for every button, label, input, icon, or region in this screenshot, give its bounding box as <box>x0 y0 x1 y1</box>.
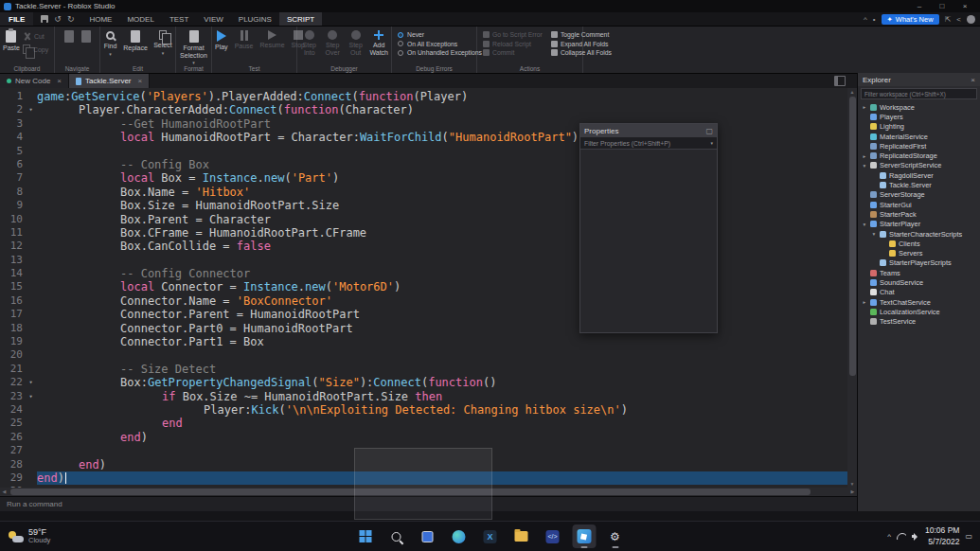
explorer-item-localizationservice[interactable]: LocalizationService <box>858 307 980 316</box>
settings-icon[interactable]: ⚙ <box>603 524 627 548</box>
explorer-item-soundservice[interactable]: SoundService <box>858 277 980 287</box>
explorer-item-players[interactable]: Players <box>858 112 980 121</box>
code-line-25[interactable]: 25end <box>0 417 847 430</box>
menu-tab-plugins[interactable]: PLUGINS <box>231 12 279 26</box>
vertical-scrollbar[interactable]: ▲ ▼ <box>847 88 857 488</box>
explorer-item-tackle-server[interactable]: Tackle.Server <box>858 180 980 189</box>
code-line-4[interactable]: 4local HumanoidRootPart = Character:Wait… <box>0 131 847 144</box>
split-editor-icon[interactable] <box>834 76 846 86</box>
go-to-script-error-button[interactable]: Go to Script Error <box>483 31 543 38</box>
explorer-item-startercharacterscripts[interactable]: ▾StarterCharacterScripts <box>858 229 980 239</box>
pause-button[interactable]: Pause <box>235 30 254 50</box>
code-line-8[interactable]: 8Box.Name = 'Hitbox' <box>0 186 847 199</box>
tab-close-icon[interactable]: × <box>138 77 143 85</box>
task-view-icon[interactable] <box>416 524 439 548</box>
explorer-item-starterplayer[interactable]: ▾StarterPlayer <box>858 220 980 229</box>
user-avatar[interactable] <box>967 15 975 24</box>
play-button[interactable]: Play <box>215 30 228 51</box>
explorer-item-chat[interactable]: Chat <box>858 288 980 297</box>
close-button[interactable]: × <box>953 0 976 12</box>
save-icon[interactable] <box>41 15 48 23</box>
fold-arrow-icon[interactable]: ▾ <box>25 103 37 116</box>
undo-icon[interactable]: ↺ <box>54 15 62 24</box>
explorer-item-replicatedfirst[interactable]: ReplicatedFirst <box>858 141 980 151</box>
tray-chevron-icon[interactable]: ^ <box>887 532 891 541</box>
explorer-item-starterpack[interactable]: StarterPack <box>858 209 980 219</box>
explorer-item-ragdollserver[interactable]: RagdollServer <box>858 170 980 180</box>
code-line-16[interactable]: 16Connector.Name = 'BoxConnector' <box>0 294 847 308</box>
find-button[interactable]: Find ▾ <box>103 30 117 57</box>
editor-tab-new-code[interactable]: New Code× <box>0 74 69 88</box>
code-line-21[interactable]: 21-- Size Detect <box>0 363 847 376</box>
reload-script-button[interactable]: Reload Script <box>483 41 543 47</box>
tree-expand-icon[interactable]: ▾ <box>862 222 867 227</box>
radio-icon[interactable] <box>398 32 403 38</box>
step-into-button[interactable]: Step Into <box>300 30 318 56</box>
explorer-item-servers[interactable]: Servers <box>858 248 980 258</box>
replace-button[interactable]: Replace <box>123 30 148 52</box>
collapse-ribbon-icon[interactable]: ^ <box>864 15 867 24</box>
navigate-back-button[interactable] <box>64 30 74 43</box>
menu-tab-home[interactable]: HOME <box>81 12 119 26</box>
code-line-24[interactable]: 24Player:Kick('\n\nExploiting Detected: … <box>0 403 847 417</box>
code-line-6[interactable]: 6-- Config Box <box>0 158 847 171</box>
copy-button[interactable]: Copy <box>23 44 48 54</box>
debug-errors-option-never[interactable]: Never <box>398 31 471 38</box>
weather-widget[interactable]: 59°F Cloudy <box>0 527 59 545</box>
wifi-icon[interactable] <box>897 533 906 540</box>
navigate-forward-button[interactable] <box>81 30 91 43</box>
share-icon[interactable]: < <box>956 15 961 24</box>
format-selection-button[interactable]: Format Selection ▾ <box>179 30 208 66</box>
script-editor[interactable]: 1game:GetService('Players').PlayerAdded:… <box>0 88 857 488</box>
tab-close-icon[interactable]: × <box>57 77 62 85</box>
debug-errors-option-on-all-exceptions[interactable]: On All Exceptions <box>398 41 471 47</box>
volume-icon[interactable] <box>912 533 919 541</box>
code-line-26[interactable]: 26end) <box>0 431 847 444</box>
code-line-7[interactable]: 7local Box = Instance.new('Part') <box>0 171 847 185</box>
explorer-item-lighting[interactable]: Lighting <box>858 122 980 132</box>
notifications-icon[interactable]: ▭ <box>965 532 972 541</box>
code-line-19[interactable]: 19Connector.Part1 = Box <box>0 335 847 348</box>
code-line-11[interactable]: 11Box.CFrame = HumanoidRootPart.CFrame <box>0 226 847 240</box>
notification-bell-icon[interactable]: • <box>873 15 876 24</box>
code-line-17[interactable]: 17Connector.Parent = HumanoidRootPart <box>0 308 847 321</box>
vertical-scroll-thumb[interactable] <box>849 97 856 376</box>
debug-errors-option-on-unhandled-exceptions[interactable]: On Unhandled Exceptions <box>398 49 471 56</box>
code-line-23[interactable]: 23▾if Box.Size ~= HumanoidRootPart.Size … <box>0 390 847 403</box>
maximize-button[interactable]: □ <box>931 0 953 12</box>
start-icon[interactable] <box>353 524 377 548</box>
fold-arrow-icon[interactable]: ▾ <box>25 376 37 389</box>
minimize-button[interactable]: – <box>908 0 931 12</box>
expand-all-folds-button[interactable]: Expand All Folds <box>551 41 612 47</box>
file-explorer-icon[interactable] <box>509 524 533 548</box>
file-menu-button[interactable]: FILE <box>0 12 33 26</box>
redo-icon[interactable]: ↻ <box>67 15 75 24</box>
select-button[interactable]: Select ▾ <box>153 30 172 56</box>
tree-expand-icon[interactable]: ▸ <box>862 153 867 159</box>
code-line-22[interactable]: 22▾Box:GetPropertyChangedSignal("Size"):… <box>0 376 847 389</box>
properties-filter-input[interactable]: Filter Properties (Ctrl+Shift+P) ▾ <box>580 137 717 150</box>
fold-arrow-icon[interactable]: ▾ <box>25 390 37 403</box>
explorer-item-startergui[interactable]: StarterGui <box>858 200 980 209</box>
code-line-12[interactable]: 12Box.CanCollide = false <box>0 240 847 253</box>
whats-new-button[interactable]: ✦ What's New <box>882 14 939 25</box>
explorer-item-clients[interactable]: Clients <box>858 239 980 248</box>
tree-expand-icon[interactable]: ▾ <box>862 163 867 169</box>
explorer-item-textchatservice[interactable]: ▸TextChatService <box>858 297 980 307</box>
commit-button[interactable]: Commit <box>483 49 543 56</box>
explorer-item-starterplayerscripts[interactable]: StarterPlayerScripts <box>858 258 980 268</box>
menu-tab-test[interactable]: TEST <box>162 12 196 26</box>
cut-button[interactable]: Cut <box>23 32 48 41</box>
explorer-item-materialservice[interactable]: MaterialService <box>858 132 980 141</box>
tree-expand-icon[interactable]: ▸ <box>862 299 867 305</box>
add-watch-button[interactable]: Add Watch <box>369 30 388 56</box>
explorer-item-replicatedstorage[interactable]: ▸ReplicatedStorage <box>858 151 980 160</box>
menu-tab-script[interactable]: SCRIPT <box>279 12 322 26</box>
radio-icon[interactable] <box>398 50 403 56</box>
export-icon[interactable]: ⇱ <box>945 15 952 24</box>
x-app-icon[interactable]: X <box>478 524 502 548</box>
code-line-5[interactable]: 5 <box>0 145 847 158</box>
taskbar-clock[interactable]: 10:06 PM 5/7/2022 <box>925 525 959 546</box>
editor-tab-tackle-server[interactable]: Tackle.Server× <box>69 74 150 88</box>
edge-icon[interactable] <box>447 524 471 548</box>
